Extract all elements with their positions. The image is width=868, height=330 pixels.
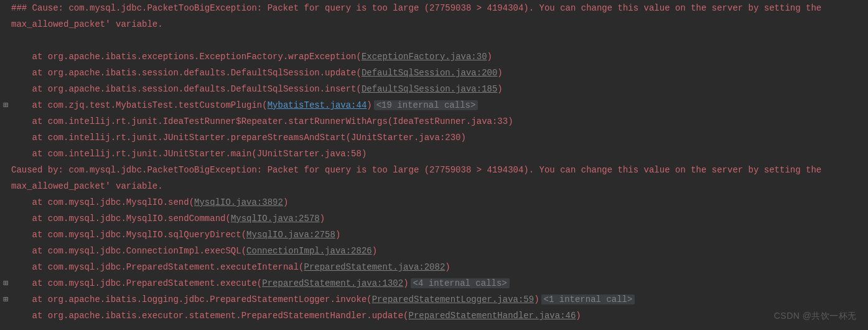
stacktrace-line: ### Cause: com.mysql.jdbc.PacketTooBigEx…: [0, 0, 868, 32]
stacktrace-line: at com.intellij.rt.junit.JUnitStarter.ma…: [0, 146, 868, 162]
stacktrace-line: at org.apache.ibatis.executor.statement.…: [0, 308, 868, 324]
stacktrace-line: at com.mysql.jdbc.MysqlIO.sendCommand(My…: [0, 210, 868, 227]
stacktrace-line: at com.mysql.jdbc.PreparedStatement.exec…: [0, 259, 868, 275]
stacktrace-line-content: at com.mysql.jdbc.PreparedStatement.exec…: [11, 275, 868, 291]
stacktrace-line-content: at org.apache.ibatis.session.defaults.De…: [11, 65, 868, 81]
stack-frame-text: at org.apache.ibatis.session.defaults.De…: [11, 84, 362, 94]
stacktrace-line: ⊞ at com.zjq.test.MybatisTest.testCustom…: [0, 97, 868, 113]
stack-frame-text: at com.mysql.jdbc.ConnectionImpl.execSQL…: [11, 246, 246, 256]
paren: ): [283, 197, 288, 207]
paren: ): [320, 214, 325, 224]
stacktrace-line-content: [11, 32, 868, 49]
stacktrace-line-content: at com.intellij.rt.junit.JUnitStarter.ma…: [11, 146, 868, 162]
stacktrace-line: [0, 32, 868, 49]
stacktrace-line: ⊞ at com.mysql.jdbc.PreparedStatement.ex…: [0, 275, 868, 291]
source-link[interactable]: ExceptionFactory.java:30: [362, 52, 487, 62]
expand-fold-icon[interactable]: ⊞: [0, 291, 11, 308]
internal-calls-tag[interactable]: <4 internal calls>: [411, 278, 510, 288]
stacktrace-line: at org.apache.ibatis.session.defaults.De…: [0, 81, 868, 97]
stacktrace-line: at org.apache.ibatis.exceptions.Exceptio…: [0, 49, 868, 65]
stacktrace-line-content: at com.mysql.jdbc.MysqlIO.sendCommand(My…: [11, 210, 868, 227]
source-link[interactable]: MysqlIO.java:2758: [246, 230, 335, 240]
paren: ): [366, 100, 371, 110]
stack-frame-text: at org.apache.ibatis.logging.jdbc.Prepar…: [11, 295, 372, 304]
source-link[interactable]: MybatisTest.java:44: [268, 100, 367, 110]
stacktrace-line-content: Caused by: com.mysql.jdbc.PacketTooBigEx…: [11, 162, 868, 194]
paren: ): [445, 262, 450, 272]
stacktrace-line-content: at org.apache.ibatis.executor.statement.…: [11, 308, 868, 324]
paren: ): [497, 84, 502, 94]
source-link[interactable]: PreparedStatement.java:1302: [262, 278, 403, 288]
stacktrace-line-content: ### Cause: com.mysql.jdbc.PacketTooBigEx…: [11, 0, 868, 32]
source-link[interactable]: MysqlIO.java:2578: [231, 214, 320, 224]
stack-frame-text: at com.zjq.test.MybatisTest.testCustomPl…: [11, 100, 268, 110]
stacktrace-line: ⊞ at org.apache.ibatis.logging.jdbc.Prep…: [0, 291, 868, 308]
stacktrace-line-content: at com.mysql.jdbc.ConnectionImpl.execSQL…: [11, 243, 868, 259]
error-message: ### Cause: com.mysql.jdbc.PacketTooBigEx…: [11, 3, 827, 29]
stacktrace-line-content: at org.apache.ibatis.exceptions.Exceptio…: [11, 49, 868, 65]
stacktrace-line: at com.mysql.jdbc.MysqlIO.sqlQueryDirect…: [0, 227, 868, 243]
stacktrace-line-content: at com.mysql.jdbc.PreparedStatement.exec…: [11, 259, 868, 275]
stacktrace-line-content: at com.intellij.rt.junit.IdeaTestRunner$…: [11, 113, 868, 130]
stacktrace-line-content: at com.mysql.jdbc.MysqlIO.sqlQueryDirect…: [11, 227, 868, 243]
paren: ): [534, 295, 539, 304]
stack-frame-text: at com.intellij.rt.junit.JUnitStarter.ma…: [11, 149, 366, 159]
stacktrace-line: at com.intellij.rt.junit.IdeaTestRunner$…: [0, 113, 868, 130]
internal-calls-tag[interactable]: <19 internal calls>: [374, 100, 478, 110]
source-link[interactable]: DefaultSqlSession.java:185: [362, 84, 497, 94]
paren: ): [487, 52, 492, 62]
stack-frame-text: at com.mysql.jdbc.MysqlIO.sqlQueryDirect…: [11, 230, 246, 240]
stacktrace-line: at org.apache.ibatis.session.defaults.De…: [0, 65, 868, 81]
console-output: ### Cause: com.mysql.jdbc.PacketTooBigEx…: [0, 0, 868, 324]
stack-frame-text: at org.apache.ibatis.exceptions.Exceptio…: [11, 52, 362, 62]
internal-calls-tag[interactable]: <1 internal call>: [541, 295, 635, 304]
paren: ): [403, 278, 408, 288]
stack-frame-text: at org.apache.ibatis.session.defaults.De…: [11, 68, 362, 78]
stacktrace-line-content: at com.zjq.test.MybatisTest.testCustomPl…: [11, 97, 868, 113]
stack-frame-text: at com.mysql.jdbc.PreparedStatement.exec…: [11, 278, 262, 288]
stacktrace-line: Caused by: com.mysql.jdbc.PacketTooBigEx…: [0, 162, 868, 194]
stack-frame-text: at com.mysql.jdbc.PreparedStatement.exec…: [11, 262, 304, 272]
stacktrace-line-content: at org.apache.ibatis.session.defaults.De…: [11, 81, 868, 97]
watermark: CSDN @共饮一杯无: [774, 308, 857, 324]
expand-fold-icon[interactable]: ⊞: [0, 275, 11, 291]
stack-frame-text: at com.intellij.rt.junit.JUnitStarter.pr…: [11, 133, 466, 143]
source-link[interactable]: PreparedStatement.java:2082: [304, 262, 445, 272]
paren: ): [372, 246, 377, 256]
stack-frame-text: at com.intellij.rt.junit.IdeaTestRunner$…: [11, 116, 513, 126]
stack-frame-text: at org.apache.ibatis.executor.statement.…: [11, 311, 409, 321]
source-link[interactable]: ConnectionImpl.java:2826: [246, 246, 372, 256]
stack-frame-text: at com.mysql.jdbc.MysqlIO.sendCommand(: [11, 214, 231, 224]
stacktrace-line-content: at org.apache.ibatis.logging.jdbc.Prepar…: [11, 291, 868, 308]
paren: ): [576, 311, 581, 321]
stacktrace-line: at com.mysql.jdbc.MysqlIO.send(MysqlIO.j…: [0, 194, 868, 210]
stacktrace-line-content: at com.intellij.rt.junit.JUnitStarter.pr…: [11, 130, 868, 146]
source-link[interactable]: PreparedStatementHandler.java:46: [409, 311, 576, 321]
paren: ): [335, 230, 340, 240]
stack-frame-text: at com.mysql.jdbc.MysqlIO.send(: [11, 197, 194, 207]
stacktrace-line: at com.mysql.jdbc.ConnectionImpl.execSQL…: [0, 243, 868, 259]
text: [11, 35, 16, 45]
stacktrace-line: at com.intellij.rt.junit.JUnitStarter.pr…: [0, 130, 868, 146]
source-link[interactable]: MysqlIO.java:3892: [194, 197, 283, 207]
paren: ): [497, 68, 502, 78]
stacktrace-line-content: at com.mysql.jdbc.MysqlIO.send(MysqlIO.j…: [11, 194, 868, 210]
expand-fold-icon[interactable]: ⊞: [0, 97, 11, 113]
source-link[interactable]: PreparedStatementLogger.java:59: [372, 295, 534, 304]
source-link[interactable]: DefaultSqlSession.java:200: [362, 68, 497, 78]
caused-by-message: Caused by: com.mysql.jdbc.PacketTooBigEx…: [11, 165, 827, 191]
